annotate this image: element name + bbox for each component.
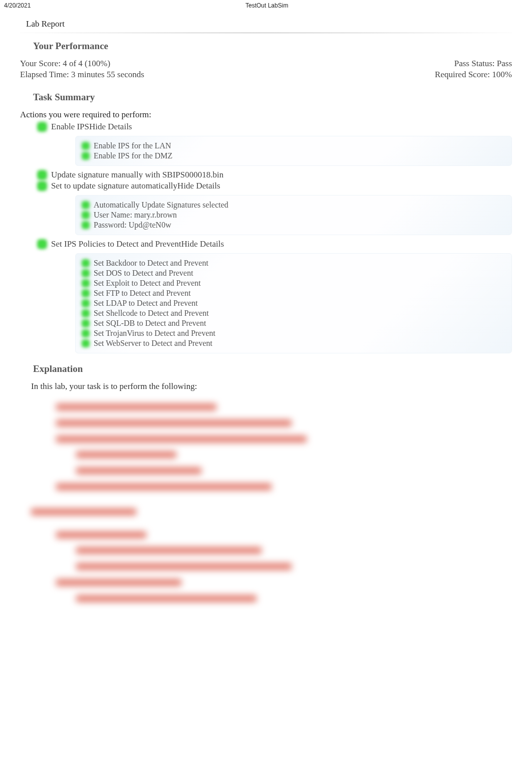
check-icon: [37, 122, 47, 132]
task-subitems: Enable IPS for the LAN Enable IPS for th…: [75, 136, 512, 166]
check-icon: [37, 170, 47, 180]
sub-row: Set LDAP to Detect and Prevent: [82, 299, 505, 308]
hide-details-link[interactable]: Hide Details: [89, 122, 132, 131]
sub-label: Enable IPS for the DMZ: [94, 151, 172, 160]
sub-label: Set Shellcode to Detect and Prevent: [94, 309, 209, 318]
sub-row: Set Exploit to Detect and Prevent: [82, 279, 505, 288]
check-icon: [82, 289, 90, 297]
sub-row: Automatically Update Signatures selected: [82, 201, 505, 210]
page-title: Lab Report: [26, 19, 512, 29]
task-row: Enable IPSHide Details: [37, 122, 512, 132]
sub-label: Set TrojanVirus to Detect and Prevent: [94, 329, 215, 338]
task-row: Set IPS Policies to Detect and PreventHi…: [37, 239, 512, 249]
check-icon: [82, 309, 90, 317]
check-icon: [82, 211, 90, 219]
hide-details-link[interactable]: Hide Details: [177, 181, 220, 190]
sub-row: Set Backdoor to Detect and Prevent: [82, 259, 505, 268]
sub-label: Set SQL-DB to Detect and Prevent: [94, 319, 206, 328]
task-subitems: Set Backdoor to Detect and Prevent Set D…: [75, 253, 512, 353]
sub-label: Automatically Update Signatures selected: [94, 201, 228, 210]
sub-row: Set TrojanVirus to Detect and Prevent: [82, 329, 505, 338]
sub-row: Enable IPS for the LAN: [82, 141, 505, 150]
sub-label: Set LDAP to Detect and Prevent: [94, 299, 198, 308]
header-app-title: TestOut LabSim: [6, 2, 528, 9]
performance-heading: Your Performance: [33, 41, 512, 52]
sub-label: User Name: mary.r.brown: [94, 211, 177, 220]
task-row: Set to update signature automaticallyHid…: [37, 181, 512, 191]
check-icon: [82, 269, 90, 277]
task-row: Update signature manually with SBIPS0000…: [37, 170, 512, 180]
sub-row: Set WebServer to Detect and Prevent: [82, 339, 505, 348]
sub-label: Enable IPS for the LAN: [94, 141, 171, 150]
check-icon: [82, 259, 90, 267]
divider: [20, 32, 512, 34]
check-icon: [82, 201, 90, 209]
sub-row: User Name: mary.r.brown: [82, 211, 505, 220]
sub-row: Set Shellcode to Detect and Prevent: [82, 309, 505, 318]
hide-details-link[interactable]: Hide Details: [181, 239, 224, 249]
sub-label: Set DOS to Detect and Prevent: [94, 269, 193, 278]
check-icon: [82, 221, 90, 229]
check-icon: [82, 339, 90, 347]
sub-row: Set FTP to Detect and Prevent: [82, 289, 505, 298]
blurred-content: [31, 401, 512, 608]
task-label: Set to update signature automatically: [51, 181, 177, 190]
pass-status: Pass Status: Pass: [454, 59, 512, 69]
check-icon: [82, 299, 90, 307]
actions-heading: Actions you were required to perform:: [20, 110, 512, 120]
explanation-intro: In this lab, your task is to perform the…: [31, 381, 512, 392]
your-score: Your Score: 4 of 4 (100%): [20, 59, 110, 69]
time-row: Elapsed Time: 3 minutes 55 seconds Requi…: [20, 70, 512, 80]
sub-label: Set WebServer to Detect and Prevent: [94, 339, 212, 348]
check-icon: [82, 329, 90, 337]
task-subitems: Automatically Update Signatures selected…: [75, 195, 512, 235]
lab-report-page: Lab Report Your Performance Your Score: …: [0, 11, 532, 628]
sub-row: Password: Upd@teN0w: [82, 221, 505, 230]
check-icon: [82, 319, 90, 327]
elapsed-time: Elapsed Time: 3 minutes 55 seconds: [20, 70, 144, 80]
required-score: Required Score: 100%: [435, 70, 512, 80]
check-icon: [82, 279, 90, 287]
task-summary-heading: Task Summary: [33, 92, 512, 103]
task-label: Enable IPS: [51, 122, 89, 131]
score-row: Your Score: 4 of 4 (100%) Pass Status: P…: [20, 59, 512, 69]
check-icon: [37, 181, 47, 191]
sub-row: Enable IPS for the DMZ: [82, 151, 505, 160]
check-icon: [82, 142, 90, 150]
sub-label: Set Backdoor to Detect and Prevent: [94, 259, 208, 268]
sub-label: Set FTP to Detect and Prevent: [94, 289, 191, 298]
check-icon: [82, 152, 90, 160]
explanation-heading: Explanation: [33, 363, 512, 374]
check-icon: [37, 239, 47, 249]
task-label: Set IPS Policies to Detect and Prevent: [51, 239, 181, 249]
sub-row: Set DOS to Detect and Prevent: [82, 269, 505, 278]
task-label: Update signature manually with SBIPS0000…: [51, 170, 223, 180]
sub-row: Set SQL-DB to Detect and Prevent: [82, 319, 505, 328]
sub-label: Password: Upd@teN0w: [94, 221, 171, 230]
sub-label: Set Exploit to Detect and Prevent: [94, 279, 201, 288]
page-header: 4/20/2021 TestOut LabSim: [0, 0, 532, 11]
